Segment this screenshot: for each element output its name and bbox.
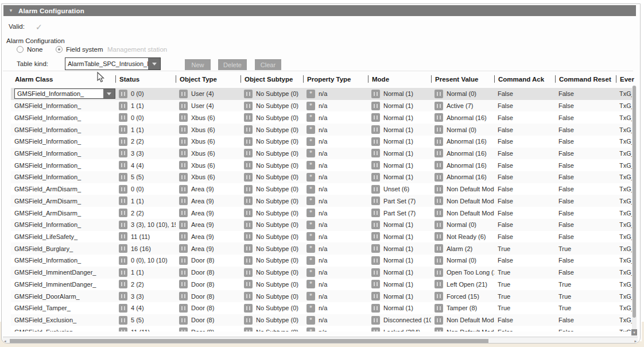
table-kind-combobox[interactable]: AlarmTable_SPC_Intrusion_Device [65, 57, 161, 70]
table-row[interactable]: GMSField_Information_1 (1)Xbus (6)No Sub… [11, 124, 635, 136]
pause-icon[interactable] [119, 256, 127, 265]
pause-icon[interactable] [434, 316, 443, 325]
pause-icon[interactable] [434, 327, 443, 331]
pause-icon[interactable] [371, 125, 380, 134]
table-row[interactable]: GMSField_Information_2 (2)Xbus (6)No Sub… [11, 136, 635, 148]
delete-button[interactable]: Delete [218, 59, 247, 70]
table-row[interactable]: GMSField_DoorAlarm_3 (3)Door (8)No Subty… [11, 290, 635, 302]
star-icon[interactable] [307, 102, 315, 110]
star-icon[interactable] [307, 137, 315, 146]
column-header-mode[interactable]: Mode [368, 73, 431, 85]
vertical-scrollbar-thumb[interactable] [633, 86, 636, 318]
pause-icon[interactable] [179, 185, 188, 194]
pause-icon[interactable] [119, 137, 127, 146]
pause-icon[interactable] [371, 102, 380, 110]
pause-icon[interactable] [119, 304, 127, 313]
table-row[interactable]: GMSField_ArmDisarm_2 (2)Area (9)No Subty… [11, 207, 635, 219]
star-icon[interactable] [307, 327, 315, 331]
pause-icon[interactable] [119, 268, 127, 277]
pause-icon[interactable] [119, 149, 127, 157]
pause-icon[interactable] [371, 137, 380, 146]
table-row[interactable]: GMSField_Exclusion_11 (11)Door (8)No Sub… [11, 326, 635, 331]
star-icon[interactable] [307, 196, 315, 205]
table-row[interactable]: GMSField_ImminentDanger_1 (1)Door (8)No … [11, 267, 635, 279]
table-row[interactable]: GMSField_Information_5 (5)Xbus (6)No Sub… [11, 171, 635, 183]
star-icon[interactable] [307, 232, 315, 241]
pause-icon[interactable] [179, 125, 188, 134]
pause-icon[interactable] [434, 137, 443, 146]
pause-icon[interactable] [244, 316, 253, 325]
pause-icon[interactable] [179, 292, 188, 300]
pause-icon[interactable] [244, 149, 253, 157]
star-icon[interactable] [307, 90, 315, 98]
table-row[interactable]: GMSField_Information_0 (0)Xbus (6)No Sub… [11, 111, 635, 124]
star-icon[interactable] [307, 316, 315, 325]
pause-icon[interactable] [179, 161, 188, 169]
horizontal-scrollbar-thumb[interactable] [10, 339, 488, 343]
table-row[interactable]: GMSField_ArmDisarm_0 (0)Area (9)No Subty… [11, 183, 635, 195]
pause-icon[interactable] [371, 327, 380, 331]
pause-icon[interactable] [244, 268, 253, 277]
table-row[interactable]: GMSField_ArmDisarm_1 (1)Area (9)No Subty… [11, 195, 635, 207]
pause-icon[interactable] [179, 90, 188, 98]
star-icon[interactable] [307, 185, 315, 194]
pause-icon[interactable] [119, 244, 127, 253]
pause-icon[interactable] [244, 304, 253, 313]
star-icon[interactable] [307, 304, 315, 313]
vertical-scrollbar[interactable] [632, 86, 637, 334]
pause-icon[interactable] [434, 268, 443, 277]
column-header-present_value[interactable]: Present Value [431, 73, 494, 85]
pause-icon[interactable] [119, 161, 127, 169]
pause-icon[interactable] [434, 90, 443, 98]
section-titlebar[interactable]: ▼ Alarm Configuration [3, 5, 636, 16]
pause-icon[interactable] [244, 90, 253, 98]
table-row[interactable]: GMSField_Burglary_16 (16)Area (9)No Subt… [11, 242, 635, 255]
star-icon[interactable] [307, 209, 315, 217]
table-row[interactable]: GMSField_Tamper_4 (4)Door (8)No Subtype … [11, 302, 635, 314]
pause-icon[interactable] [179, 256, 188, 265]
star-icon[interactable] [307, 113, 315, 122]
pause-icon[interactable] [179, 280, 188, 288]
pause-icon[interactable] [371, 280, 380, 288]
pause-icon[interactable] [244, 244, 253, 253]
table-row[interactable]: GMSField_Information_0 (0)User (4)No Sub… [11, 88, 635, 100]
pause-icon[interactable] [119, 102, 127, 110]
pause-icon[interactable] [179, 221, 188, 229]
pause-icon[interactable] [371, 304, 380, 313]
column-header-object_type[interactable]: Object Type [176, 73, 240, 85]
pause-icon[interactable] [434, 244, 443, 253]
column-header-event[interactable]: Ever [616, 73, 635, 85]
pause-icon[interactable] [179, 304, 188, 313]
pause-icon[interactable] [244, 113, 253, 122]
table-row[interactable]: GMSField_Exclusion_5 (5)Door (8)No Subty… [11, 314, 635, 326]
radio-field-system-circle-icon[interactable] [56, 46, 63, 53]
pause-icon[interactable] [371, 316, 380, 325]
pause-icon[interactable] [371, 149, 380, 157]
column-header-command_ack[interactable]: Command Ack [494, 73, 555, 85]
pause-icon[interactable] [434, 292, 443, 300]
radio-field-system[interactable]: Field system [56, 46, 103, 53]
pause-icon[interactable] [371, 90, 380, 98]
pause-icon[interactable] [244, 209, 253, 217]
pause-icon[interactable] [244, 292, 253, 300]
star-icon[interactable] [307, 244, 315, 253]
pause-icon[interactable] [119, 327, 127, 331]
pause-icon[interactable] [434, 256, 443, 265]
pause-icon[interactable] [244, 173, 253, 182]
pause-icon[interactable] [371, 161, 380, 169]
star-icon[interactable] [307, 221, 315, 229]
pause-icon[interactable] [179, 137, 188, 146]
table-row[interactable]: GMSField_Information_1 (1)User (4)No Sub… [11, 100, 635, 112]
pause-icon[interactable] [434, 185, 443, 194]
chevron-down-icon[interactable] [103, 89, 115, 98]
pause-icon[interactable] [179, 209, 188, 217]
pause-icon[interactable] [244, 185, 253, 194]
pause-icon[interactable] [119, 185, 127, 194]
pause-icon[interactable] [179, 232, 188, 241]
pause-icon[interactable] [371, 196, 380, 205]
pause-icon[interactable] [244, 161, 253, 169]
pause-icon[interactable] [244, 232, 253, 241]
pause-icon[interactable] [179, 149, 188, 157]
star-icon[interactable] [307, 161, 315, 169]
scroll-left-arrow-icon[interactable]: ◂ [4, 339, 6, 343]
